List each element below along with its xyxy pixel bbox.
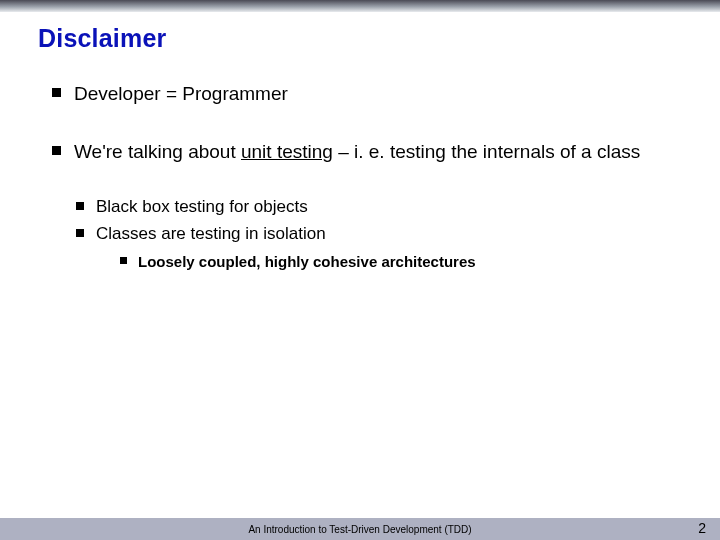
bullet-item: We're talking about unit testing – i. e.… bbox=[52, 139, 682, 165]
top-gradient-bar bbox=[0, 0, 720, 12]
subsub-bullet-item: Loosely coupled, highly cohesive archite… bbox=[120, 252, 682, 272]
bullet-item: Developer = Programmer bbox=[52, 81, 682, 107]
slide-title: Disclaimer bbox=[38, 24, 682, 53]
bullet-list: Developer = Programmer We're talking abo… bbox=[38, 81, 682, 272]
footer-bar: An Introduction to Test-Driven Developme… bbox=[0, 518, 720, 540]
footer-title: An Introduction to Test-Driven Developme… bbox=[248, 524, 471, 535]
slide-content: Disclaimer Developer = Programmer We're … bbox=[0, 12, 720, 272]
bullet-text-part: We're talking about bbox=[74, 141, 241, 162]
subsub-bullet-text: Loosely coupled, highly cohesive archite… bbox=[138, 253, 476, 270]
page-number: 2 bbox=[698, 520, 706, 536]
sub-bullet-text: Black box testing for objects bbox=[96, 197, 308, 216]
sub-bullet-list: Black box testing for objects Classes ar… bbox=[52, 196, 682, 272]
bullet-item-nested: .sub-block::before{display:none !importa… bbox=[52, 196, 682, 272]
bullet-text-underlined: unit testing bbox=[241, 141, 333, 162]
subsub-bullet-list: Loosely coupled, highly cohesive archite… bbox=[96, 252, 682, 272]
bullet-text: Developer = Programmer bbox=[74, 83, 288, 104]
bullet-text-part: – i. e. testing the internals of a class bbox=[333, 141, 640, 162]
sub-bullet-item: Classes are testing in isolation Loosely… bbox=[76, 223, 682, 272]
sub-bullet-item: Black box testing for objects bbox=[76, 196, 682, 219]
sub-bullet-text: Classes are testing in isolation bbox=[96, 224, 326, 243]
